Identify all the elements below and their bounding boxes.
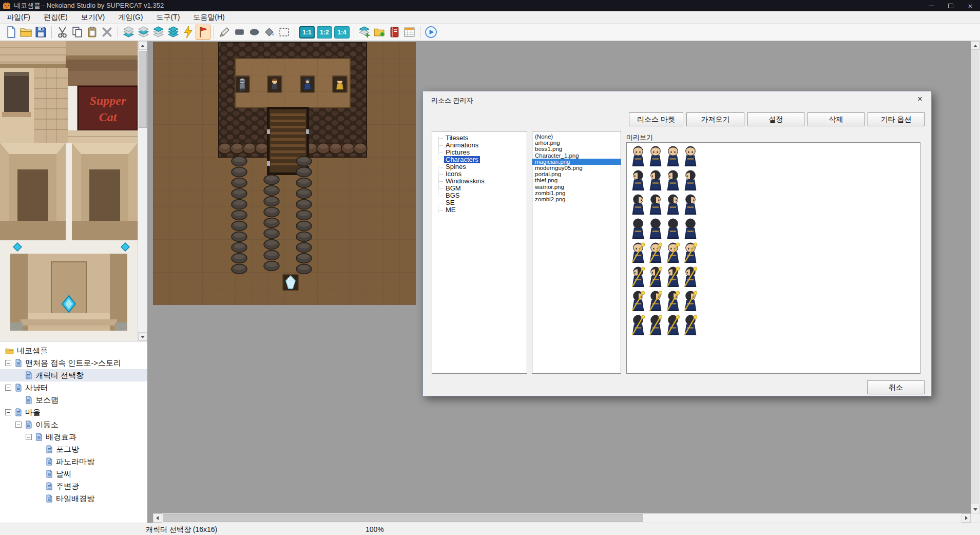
scroll-thumb[interactable] bbox=[163, 514, 643, 522]
category-spines[interactable]: Spines bbox=[435, 163, 527, 170]
menu-item-file[interactable]: 파일(F) bbox=[0, 11, 37, 23]
project-tree-item-9[interactable]: 파노라마방 bbox=[0, 455, 147, 468]
flag-button[interactable] bbox=[196, 25, 210, 40]
layer-all-button[interactable] bbox=[166, 25, 181, 40]
delete-button[interactable] bbox=[100, 25, 114, 40]
zoom-1-2-button[interactable]: 1:2 bbox=[317, 26, 332, 39]
file-item-1[interactable]: arhor.png bbox=[532, 140, 621, 146]
ellipse-button[interactable] bbox=[247, 25, 262, 40]
menu-item-edit[interactable]: 편집(E) bbox=[37, 11, 74, 23]
save-button[interactable] bbox=[33, 25, 48, 40]
file-item-4[interactable]: magician.png bbox=[532, 159, 621, 165]
file-item-0[interactable]: (None) bbox=[532, 133, 621, 140]
cut-button[interactable] bbox=[55, 25, 70, 40]
project-tree-item-6[interactable]: 이동소 bbox=[0, 418, 147, 431]
category-characters[interactable]: Characters bbox=[435, 156, 527, 163]
menu-item-game[interactable]: 게임(G) bbox=[111, 11, 149, 23]
open-project-button[interactable] bbox=[18, 25, 33, 40]
resource-category-tree[interactable]: TilesetsAnimationsPicturesCharactersSpin… bbox=[432, 131, 527, 374]
database-button[interactable] bbox=[402, 25, 417, 40]
import-button[interactable]: 가져오기 bbox=[686, 112, 744, 126]
layer-1-button[interactable] bbox=[121, 25, 136, 40]
tileset-image[interactable]: Supper Cat bbox=[0, 41, 138, 341]
file-item-8[interactable]: warrior.png bbox=[532, 184, 621, 190]
category-me[interactable]: ME bbox=[435, 206, 527, 214]
paste-button[interactable] bbox=[85, 25, 100, 40]
scroll-up-arrow[interactable] bbox=[971, 41, 980, 50]
maximize-button[interactable] bbox=[941, 0, 960, 11]
cancel-button[interactable]: 취소 bbox=[867, 380, 925, 394]
category-tilesets[interactable]: Tilesets bbox=[435, 135, 527, 142]
delete-button[interactable]: 삭제 bbox=[808, 112, 864, 126]
menu-item-help[interactable]: 도움말(H) bbox=[186, 11, 231, 23]
project-tree-item-3[interactable]: 사냥터 bbox=[0, 381, 147, 394]
scroll-track[interactable] bbox=[162, 513, 962, 523]
tileset-palette[interactable]: Supper Cat bbox=[0, 41, 147, 341]
project-tree-item-2[interactable]: 캐릭터 선택창 bbox=[0, 369, 147, 381]
scroll-down-arrow[interactable] bbox=[971, 505, 980, 513]
category-icons[interactable]: Icons bbox=[435, 170, 527, 178]
file-item-2[interactable]: boss1.png bbox=[532, 146, 621, 152]
tree-expander-icon[interactable] bbox=[5, 385, 11, 391]
file-item-6[interactable]: portal.png bbox=[532, 171, 621, 177]
crystal-sprite[interactable] bbox=[283, 274, 298, 291]
new-file-button[interactable] bbox=[4, 25, 18, 40]
zoom-1-1-button[interactable]: 1:1 bbox=[299, 26, 315, 39]
settings-button[interactable]: 설정 bbox=[747, 112, 804, 126]
map-canvas[interactable] bbox=[153, 42, 416, 305]
map-image[interactable] bbox=[153, 42, 416, 305]
copy-button[interactable] bbox=[70, 25, 85, 40]
project-tree-item-12[interactable]: 타일배경방 bbox=[0, 492, 147, 505]
category-windowskins[interactable]: Windowskins bbox=[435, 178, 527, 185]
category-animations[interactable]: Animations bbox=[435, 142, 527, 149]
file-item-5[interactable]: modernguy05.png bbox=[532, 165, 621, 171]
pencil-button[interactable] bbox=[217, 25, 232, 40]
misc-options-button[interactable]: 기타 옵션 bbox=[868, 112, 925, 126]
editor-vertical-scrollbar[interactable] bbox=[971, 41, 980, 513]
scroll-thumb[interactable] bbox=[971, 50, 979, 504]
editor-horizontal-scrollbar[interactable] bbox=[153, 513, 971, 523]
project-tree-item-10[interactable]: 날씨 bbox=[0, 468, 147, 480]
rectangle-button[interactable] bbox=[232, 25, 247, 40]
file-item-7[interactable]: thief.png bbox=[532, 177, 621, 183]
category-bgm[interactable]: BGM bbox=[435, 185, 527, 192]
select-button[interactable] bbox=[277, 25, 292, 40]
add-folder-button[interactable] bbox=[372, 25, 387, 40]
resource-market-button[interactable]: 리소스 마켓 bbox=[629, 112, 683, 126]
scroll-down-arrow[interactable] bbox=[138, 332, 147, 341]
scroll-up-arrow[interactable] bbox=[138, 41, 147, 50]
layer-3-button[interactable] bbox=[151, 25, 166, 40]
tree-expander-icon[interactable] bbox=[15, 422, 22, 428]
resource-book-button[interactable] bbox=[387, 25, 402, 40]
category-se[interactable]: SE bbox=[435, 199, 527, 206]
menu-item-tools[interactable]: 도구(T) bbox=[149, 11, 186, 23]
file-item-3[interactable]: Character_1.png bbox=[532, 152, 621, 159]
project-tree-item-0[interactable]: 네코샘플 bbox=[0, 345, 147, 357]
fill-button[interactable] bbox=[262, 25, 277, 40]
play-button[interactable] bbox=[424, 25, 438, 40]
event-list-button[interactable] bbox=[357, 25, 372, 40]
minimize-button[interactable] bbox=[921, 0, 941, 11]
zoom-1-4-button[interactable]: 1:4 bbox=[334, 26, 350, 39]
scroll-left-arrow[interactable] bbox=[153, 513, 162, 523]
project-tree-item-11[interactable]: 주변광 bbox=[0, 480, 147, 492]
project-tree-item-5[interactable]: 마을 bbox=[0, 406, 147, 418]
layer-2-button[interactable] bbox=[136, 25, 151, 40]
close-button[interactable]: × bbox=[960, 0, 980, 11]
category-bgs[interactable]: BGS bbox=[435, 192, 527, 199]
tree-expander-icon[interactable] bbox=[26, 434, 32, 440]
file-item-10[interactable]: zombi2.png bbox=[532, 196, 621, 202]
tree-expander-icon[interactable] bbox=[5, 409, 11, 415]
category-pictures[interactable]: Pictures bbox=[435, 149, 527, 156]
tileset-vertical-scrollbar[interactable] bbox=[138, 41, 147, 341]
dialog-close-button[interactable]: × bbox=[914, 93, 926, 105]
project-tree-item-1[interactable]: 맨처음 접속 인트로->스토리 bbox=[0, 357, 147, 369]
tree-expander-icon[interactable] bbox=[5, 360, 11, 366]
menu-item-view[interactable]: 보기(V) bbox=[74, 11, 112, 23]
resource-file-list[interactable]: (None)arhor.pngboss1.pngCharacter_1.pngm… bbox=[532, 131, 621, 374]
project-tree-item-7[interactable]: 배경효과 bbox=[0, 431, 147, 443]
lightning-button[interactable] bbox=[181, 25, 196, 40]
file-item-9[interactable]: zombi1.png bbox=[532, 190, 621, 196]
scroll-thumb[interactable] bbox=[139, 51, 147, 128]
project-tree-item-4[interactable]: 보스맵 bbox=[0, 394, 147, 406]
